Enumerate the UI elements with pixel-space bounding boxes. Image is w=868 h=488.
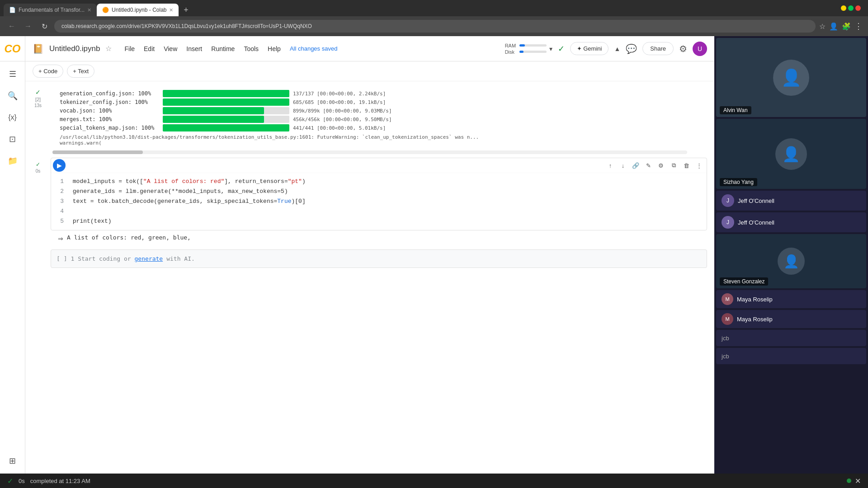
sidebar-files-icon[interactable]: 📁: [4, 152, 22, 170]
progress-stats-2: 685/685 [00:00<00:00, 19.1kB/s]: [293, 99, 386, 105]
star-icon[interactable]: ☆: [105, 44, 112, 53]
participant-steven: 👤 Steven Gonzalez: [716, 234, 866, 288]
participants-panel: 👤 Alvin Wan 👤 Sizhao Yang J Jeff O'Conne…: [714, 36, 868, 474]
cell3-bracket: [ ]: [57, 255, 67, 262]
left-nav: ☰ 🔍 {x} ⊡ 📁 ⊞: [0, 61, 25, 474]
cell3-placeholder: 1 Start coding or: [71, 255, 131, 262]
status-time: 0s: [19, 478, 25, 484]
add-code-button[interactable]: + Code: [33, 65, 63, 78]
tab1-close[interactable]: ✕: [87, 7, 91, 13]
tab2-icon: 🟠: [102, 7, 109, 13]
menu-edit[interactable]: Edit: [140, 43, 158, 54]
participant-maya2-label: Maya Roselip: [737, 316, 773, 323]
participant-alvin: 👤 Alvin Wan: [716, 38, 866, 117]
code-content[interactable]: 1 model_inputs = tok(["A list of colors:…: [51, 173, 707, 230]
cell-settings-icon[interactable]: ⚙: [655, 160, 667, 171]
sidebar-code-icon[interactable]: {x}: [4, 108, 22, 127]
link-cell-icon[interactable]: 🔗: [630, 160, 642, 171]
sidebar-toc-icon[interactable]: ☰: [4, 65, 22, 83]
window-minimize[interactable]: [841, 5, 846, 11]
status-close-button[interactable]: ✕: [855, 477, 861, 485]
avatar[interactable]: U: [693, 42, 707, 56]
menu-runtime[interactable]: Runtime: [208, 43, 238, 54]
progress-stats-4: 456k/456k [00:00<00:00, 9.50MB/s]: [293, 117, 392, 122]
co-logo-text: CO: [5, 42, 21, 55]
cell-delete-icon[interactable]: 🗑: [680, 160, 692, 171]
tab1-label: Fundamentals of Transfor...: [19, 7, 85, 13]
menu-insert[interactable]: Insert: [183, 43, 206, 54]
code-line-1: 1 model_inputs = tok(["A list of colors:…: [57, 177, 701, 187]
comments-icon[interactable]: 💬: [626, 43, 637, 54]
refresh-button[interactable]: ↻: [38, 20, 51, 33]
back-button[interactable]: ←: [5, 20, 18, 33]
progress-row-3: vocab.json: 100% 899k/899k [00:00<00:00,…: [60, 107, 707, 114]
connected-icon: ✓: [558, 44, 565, 54]
resource-indicator[interactable]: RAM Disk ▾: [505, 43, 552, 55]
menu-file[interactable]: File: [121, 43, 138, 54]
settings-icon[interactable]: ⚙: [679, 43, 687, 54]
tab-2[interactable]: 🟠 Untitled0.ipynb - Colab ✕: [97, 4, 179, 16]
participant-jeff1-label: Jeff O'Connell: [738, 197, 774, 204]
text-edit-icon[interactable]: ✎: [642, 160, 654, 171]
participant-jcb1: jcb: [716, 330, 866, 346]
bookmark-icon[interactable]: ☆: [819, 22, 826, 31]
warning-text-2: warnings.warn(: [60, 140, 707, 146]
progress-row-1: generation_config.json: 100% 137/137 [00…: [60, 90, 707, 97]
share-button[interactable]: Share: [642, 42, 674, 55]
warning-text: /usr/local/lib/python3.10/dist-packages/…: [60, 134, 707, 140]
move-up-icon[interactable]: ↑: [604, 160, 616, 171]
progress-row-5: special_tokens_map.json: 100% 441/441 [0…: [60, 124, 707, 131]
menu-help[interactable]: Help: [264, 43, 284, 54]
progress-stats-5: 441/441 [00:00<00:00, 5.01kB/s]: [293, 125, 386, 131]
tab-1[interactable]: 📄 Fundamentals of Transfor... ✕: [4, 4, 97, 16]
tab2-close[interactable]: ✕: [169, 7, 173, 13]
participant-sizhao-label: Sizhao Yang: [720, 178, 757, 186]
browser-menu-icon[interactable]: ⋮: [854, 21, 863, 31]
participant-maya1: M Maya Roselip: [716, 290, 866, 308]
progress-stats-3: 899k/899k [00:00<00:00, 9.03MB/s]: [293, 108, 392, 114]
participant-maya1-label: Maya Roselip: [737, 296, 773, 303]
output-text: A list of colors: red, green, blue,: [67, 234, 191, 241]
cell-copy-icon[interactable]: ⧉: [668, 160, 679, 171]
collapse-sections-icon[interactable]: ▲: [614, 45, 620, 52]
output-arrow-icon: ⇒: [58, 235, 63, 242]
participant-steven-label: Steven Gonzalez: [720, 277, 768, 286]
window-close[interactable]: [855, 5, 861, 11]
progress-row-4: merges.txt: 100% 456k/456k [00:00<00:00,…: [60, 116, 707, 123]
progress-bar-1: [163, 90, 289, 97]
code-line-5: 5 print(text): [57, 216, 701, 226]
window-maximize[interactable]: [848, 5, 854, 11]
cell-1: ✓ [2] 13s generation_config.json: 100% 1…: [25, 85, 714, 154]
menu-view[interactable]: View: [160, 43, 181, 54]
participant-sizhao: 👤 Sizhao Yang: [716, 119, 866, 189]
progress-bar-2: [163, 99, 289, 106]
extension-icon[interactable]: 🧩: [842, 22, 851, 31]
sidebar-search-icon[interactable]: 🔍: [4, 87, 22, 105]
progress-label-5: special_tokens_map.json: 100%: [60, 125, 159, 131]
code-line-3: 3 text = tok.batch_decode(generate_ids, …: [57, 197, 701, 206]
status-completed: completed at 11:23 AM: [30, 478, 90, 484]
cell1-scrollbar[interactable]: [52, 150, 143, 154]
sidebar-bottom-icon[interactable]: ⊞: [4, 452, 22, 470]
profile-icon[interactable]: 👤: [829, 22, 838, 31]
forward-button[interactable]: →: [22, 20, 34, 33]
menu-tools[interactable]: Tools: [240, 43, 262, 54]
cell1-time: 13s: [34, 103, 42, 108]
notebook-toolbar: + Code + Text: [25, 61, 714, 81]
address-bar[interactable]: [54, 20, 816, 33]
progress-row-2: tokenizer_config.json: 100% 685/685 [00:…: [60, 99, 707, 106]
move-down-icon[interactable]: ↓: [617, 160, 629, 171]
cell-more-icon[interactable]: ⋮: [693, 160, 705, 171]
run-button[interactable]: ▶: [53, 159, 66, 172]
gemini-button[interactable]: ✦ Gemini: [570, 42, 609, 55]
code-line-4: 4: [57, 206, 701, 216]
resource-dropdown-icon: ▾: [549, 45, 552, 52]
notebook-title[interactable]: Untitled0.ipynb: [49, 44, 100, 53]
generate-link[interactable]: generate: [135, 255, 163, 262]
colab-logo: CO: [0, 36, 25, 61]
status-connected-dot: [847, 479, 851, 483]
new-tab-button[interactable]: +: [179, 4, 193, 16]
sidebar-terminal-icon[interactable]: ⊡: [4, 130, 22, 148]
add-text-button[interactable]: + Text: [67, 65, 94, 78]
progress-label-1: generation_config.json: 100%: [60, 90, 159, 97]
